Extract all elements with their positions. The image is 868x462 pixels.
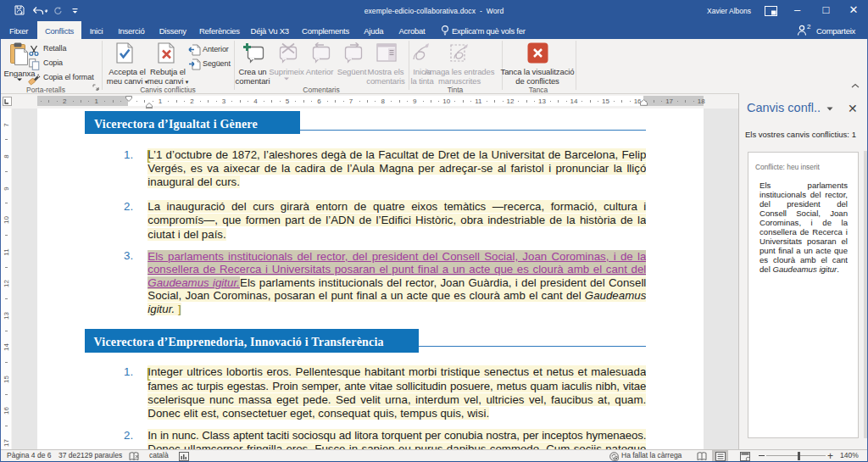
svg-text:2: 2 bbox=[807, 24, 811, 31]
